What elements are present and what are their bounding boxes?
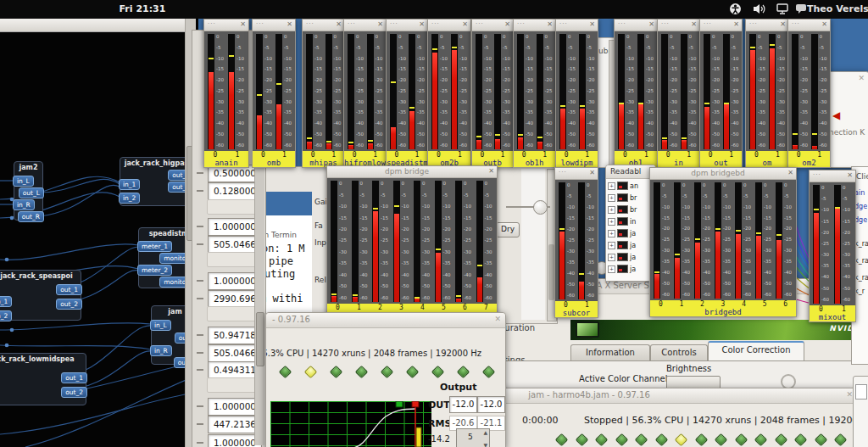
meter-window-titlebar[interactable]: ···✕	[303, 20, 344, 31]
client-name[interactable]: dge	[854, 203, 867, 210]
meter-window-titlebar[interactable]: ···✕	[204, 20, 248, 31]
close-icon[interactable]: ✕	[488, 167, 494, 175]
window-menu-icon[interactable]: ···	[661, 20, 670, 27]
client-list-item[interactable]: +br	[608, 193, 654, 205]
client-list-item[interactable]: +ja	[608, 229, 654, 241]
close-icon[interactable]: ✕	[287, 20, 292, 28]
close-icon[interactable]: ✕	[780, 20, 786, 28]
expand-icon[interactable]: +	[608, 218, 615, 226]
meter-window-titlebar[interactable]: ···✕	[556, 20, 598, 31]
client-list-item[interactable]: +an	[608, 182, 654, 193]
close-icon[interactable]: ✕	[547, 20, 553, 28]
meter-window-titlebar[interactable]: ···✕	[344, 20, 386, 31]
close-icon[interactable]: ✕	[821, 20, 827, 28]
close-icon[interactable]: ✕	[691, 20, 697, 28]
meter-window-titlebar[interactable]: dpm bridgebd✕	[650, 168, 796, 180]
port-in_1[interactable]: in_1	[0, 296, 12, 307]
window-menu-icon[interactable]: ···	[559, 20, 568, 27]
expand-icon[interactable]: +	[608, 265, 615, 273]
expand-icon[interactable]: +	[608, 194, 615, 202]
tab-color-correction[interactable]: Color Correction	[708, 341, 804, 362]
close-icon[interactable]: ✕	[494, 315, 501, 323]
port-meter_2[interactable]: meter_2	[137, 265, 172, 276]
port-out_2[interactable]: out_2	[56, 299, 82, 310]
chat-icon[interactable]	[795, 3, 807, 14]
close-icon[interactable]: ✕	[419, 20, 425, 28]
close-icon[interactable]: ✕	[462, 20, 468, 28]
meter-window-titlebar[interactable]: ···✕	[700, 20, 742, 31]
window-menu-icon[interactable]: ···	[208, 20, 216, 27]
meter-window-titlebar[interactable]: ···✕	[428, 20, 470, 31]
out-value-right[interactable]: -12.0	[477, 396, 505, 413]
close-icon[interactable]: ✕	[589, 169, 595, 176]
envelope-plot[interactable]	[270, 401, 431, 447]
close-icon[interactable]: ✕	[648, 20, 654, 28]
window-menu-icon[interactable]: ···	[390, 20, 398, 27]
close-icon[interactable]: ✕	[787, 169, 793, 176]
patchbay-node-jam2[interactable]: jam2in_Lout_Lin_Rout_R	[14, 161, 43, 221]
client-name[interactable]: k_ra	[854, 240, 868, 248]
volume-icon[interactable]	[753, 3, 766, 15]
close-icon[interactable]: ✕	[377, 20, 383, 28]
port-out_1[interactable]: out_1	[61, 372, 87, 383]
client-name[interactable]: k_ra	[854, 274, 868, 282]
close-icon[interactable]: ✕	[336, 20, 342, 28]
meter-window-titlebar[interactable]: ···✕	[658, 20, 699, 31]
window-menu-icon[interactable]: ···	[792, 20, 800, 27]
close-icon[interactable]: ✕	[847, 171, 853, 179]
spinbox[interactable]: 5 ▲ ▼	[456, 428, 490, 447]
user-menu[interactable]: Theo Verelst	[807, 3, 868, 14]
display-icon[interactable]	[776, 3, 789, 15]
patchbay-node-jack_rack_higpas[interactable]: jack_rack_higpasout_1out_2in_1in_2	[120, 157, 193, 206]
expand-icon[interactable]: +	[608, 206, 615, 214]
port-in_L[interactable]: in_L	[150, 320, 171, 331]
close-icon[interactable]: ✕	[858, 74, 865, 82]
client-list-item[interactable]: +br	[608, 205, 654, 217]
out-value-left[interactable]: -12.0	[449, 396, 477, 413]
port-out_L[interactable]: out_L	[19, 187, 44, 198]
window-menu-icon[interactable]: ···	[704, 20, 712, 27]
expand-icon[interactable]: +	[608, 242, 615, 249]
meter-window-titlebar[interactable]: ···✕	[514, 20, 555, 31]
slider-knob[interactable]	[533, 200, 548, 215]
disconnect-arrow-icon[interactable]: ◀	[832, 109, 840, 121]
accessibility-icon[interactable]	[729, 3, 742, 15]
port-in_L[interactable]: in_L	[13, 176, 34, 187]
close-icon[interactable]: ✕	[733, 20, 739, 28]
meter-window-titlebar[interactable]: ···✕	[555, 168, 598, 180]
port-out_1[interactable]: out_1	[56, 284, 82, 295]
port-meter_1[interactable]: meter_1	[137, 241, 172, 252]
patchbay-node-jack_rack_lowmidspea[interactable]: jack_rack_lowmidspeaout_1out_2in_1in_2	[0, 353, 86, 405]
port-in_2[interactable]: in_2	[119, 193, 140, 204]
meter-window-titlebar[interactable]: ···✕	[615, 20, 657, 31]
close-icon[interactable]: ✕	[504, 20, 510, 28]
meter-window-titlebar[interactable]: ···✕	[746, 20, 788, 31]
port-in_1[interactable]: in_1	[119, 179, 140, 190]
client-list-item[interactable]: +in	[608, 217, 654, 229]
meter-window-titlebar[interactable]: ···✕	[253, 20, 295, 31]
window-menu-icon[interactable]: ···	[618, 20, 626, 27]
clock[interactable]: Fri 21:31	[100, 3, 185, 14]
expand-icon[interactable]: +	[608, 254, 615, 261]
tab-controls[interactable]: Controls	[650, 344, 708, 361]
window-menu-icon[interactable]: ···	[348, 20, 356, 27]
window-menu-icon[interactable]: ···	[749, 20, 758, 27]
close-icon[interactable]: ✕	[846, 390, 853, 399]
meter-window-titlebar[interactable]: ···✕	[810, 170, 855, 182]
meter-window-titlebar[interactable]: ···✕	[387, 20, 427, 31]
window-menu-icon[interactable]: ···	[476, 20, 484, 27]
dry-button[interactable]: Dry	[496, 222, 520, 237]
meter-window-titlebar[interactable]: ···✕	[472, 20, 513, 31]
client-list-item[interactable]: +ja	[608, 265, 654, 277]
window-menu-icon[interactable]: ···	[813, 171, 821, 178]
patchbay-titlebar[interactable]	[0, 19, 195, 32]
expand-icon[interactable]: +	[608, 182, 615, 190]
expand-icon[interactable]: +	[608, 230, 615, 237]
port-out_2[interactable]: out_2	[61, 387, 87, 398]
close-icon[interactable]: ✕	[589, 20, 595, 28]
meter-window-titlebar[interactable]: dpm bridge✕	[327, 166, 497, 178]
client-list-item[interactable]: +ja	[608, 253, 654, 265]
port-in_2[interactable]: in_2	[0, 310, 12, 321]
patchbay-node-jack_rack_speaspoi[interactable]: jack_rack_speaspoiout_1out_2in_1in_2	[0, 270, 81, 321]
close-icon[interactable]: ✕	[240, 20, 246, 28]
